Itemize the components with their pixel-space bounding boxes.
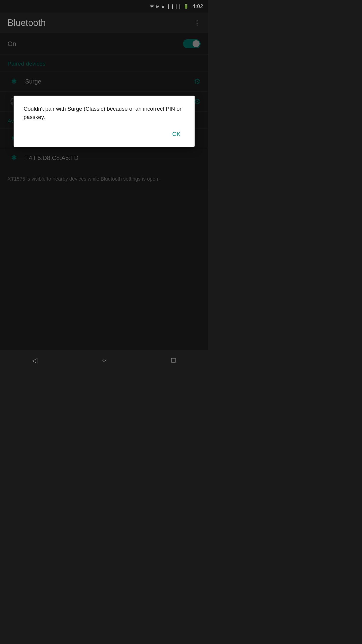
dialog-message: Couldn't pair with Surge (Classic) becau… xyxy=(24,105,185,121)
navigation-bar: ◁ ○ □ xyxy=(0,350,208,370)
error-dialog: Couldn't pair with Surge (Classic) becau… xyxy=(14,96,195,147)
recents-button[interactable]: □ xyxy=(166,353,181,368)
dialog-ok-button[interactable]: OK xyxy=(168,129,185,139)
back-button[interactable]: ◁ xyxy=(27,353,42,368)
dialog-actions: OK xyxy=(24,129,185,139)
dialog-overlay: Couldn't pair with Surge (Classic) becau… xyxy=(0,0,208,370)
home-button[interactable]: ○ xyxy=(97,353,112,368)
